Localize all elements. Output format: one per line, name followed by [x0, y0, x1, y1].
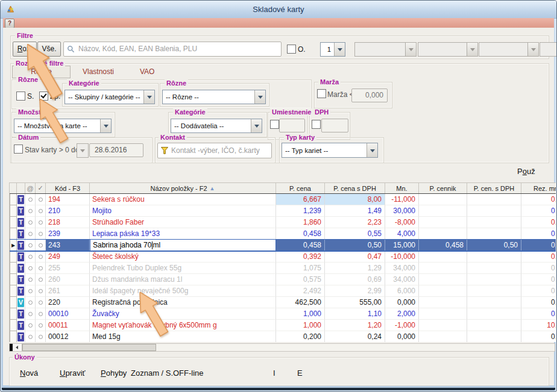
- cell-code[interactable]: 00011: [46, 320, 90, 331]
- cell-attachment-dot[interactable]: [25, 240, 36, 251]
- cell-mn[interactable]: -8,000: [385, 217, 419, 228]
- cell-p-cena[interactable]: 2,492: [276, 285, 325, 297]
- cell-attachment-dot[interactable]: [25, 228, 36, 240]
- cell-check-dot[interactable]: [36, 297, 46, 308]
- cell-code[interactable]: 194: [46, 194, 90, 205]
- cell-p-cennik[interactable]: [419, 263, 467, 274]
- table-row[interactable]: T00010Žuvačky1,0001,102,0000,000: [10, 308, 556, 320]
- row-gutter[interactable]: [10, 205, 17, 217]
- cell-p-cennik[interactable]: [419, 194, 467, 205]
- header-rez-mn[interactable]: Rez. mn.: [521, 183, 556, 193]
- cell-name[interactable]: Džus mandarinka maracu 1l: [90, 274, 276, 285]
- cell-attachment-dot[interactable]: [25, 285, 36, 297]
- cell-p-cena[interactable]: 0,200: [276, 331, 325, 342]
- apply-link[interactable]: Použ: [517, 167, 535, 176]
- cell-p-cennik[interactable]: [419, 320, 467, 331]
- cell-code[interactable]: 210: [46, 205, 90, 217]
- cell-p-cena-dph[interactable]: 0,50: [325, 240, 385, 251]
- cell-p-cena[interactable]: 1,239: [276, 205, 325, 217]
- cell-p-cena[interactable]: 1,075: [276, 263, 325, 274]
- table-row[interactable]: V220Registračná pokladnica462,500555,000…: [10, 297, 556, 308]
- cell-p-cen-dph[interactable]: [467, 263, 521, 274]
- row-gutter[interactable]: [10, 217, 17, 228]
- cell-check-dot[interactable]: [36, 205, 46, 217]
- cell-rez-mn[interactable]: 0,000: [521, 240, 556, 251]
- table-row[interactable]: T00012Med 15g0,2000,240,0000,000: [10, 331, 556, 342]
- cell-check-dot[interactable]: [36, 331, 46, 342]
- cell-code[interactable]: 220: [46, 297, 90, 308]
- table-row[interactable]: T218Strúhadlo Faber1,8602,23-8,0000,000: [10, 217, 556, 228]
- cell-rez-mn[interactable]: 0,000: [521, 263, 556, 274]
- cell-p-cena[interactable]: 0,575: [276, 274, 325, 285]
- table-row[interactable]: T260Džus mandarinka maracu 1l0,5750,6934…: [10, 274, 556, 285]
- cell-name[interactable]: Lepiaca páska 19*33: [90, 228, 276, 240]
- o-checkbox[interactable]: [287, 45, 296, 54]
- cell-check-dot[interactable]: [36, 228, 46, 240]
- cell-p-cennik[interactable]: [419, 331, 467, 342]
- cell-mn[interactable]: 2,000: [385, 308, 419, 320]
- cell-rez-mn[interactable]: 0,000: [521, 205, 556, 217]
- cell-rez-mn[interactable]: 0,000: [521, 251, 556, 263]
- cell-attachment-dot[interactable]: [25, 251, 36, 263]
- scrollbar-thumb[interactable]: [22, 344, 156, 351]
- cell-p-cen-dph[interactable]: [467, 274, 521, 285]
- check-icon[interactable]: ✓: [36, 183, 46, 193]
- cell-attachment-dot[interactable]: [25, 205, 36, 217]
- cell-mn[interactable]: 30,000: [385, 205, 419, 217]
- cell-check-dot[interactable]: [36, 285, 46, 297]
- combo-drop[interactable]: [254, 90, 265, 104]
- cell-name[interactable]: Pelendrek Tubo Duplex 55g: [90, 263, 276, 274]
- cell-p-cena[interactable]: 0,458: [276, 228, 325, 240]
- cell-rez-mn[interactable]: 0,000: [521, 217, 556, 228]
- row-gutter[interactable]: [10, 263, 17, 274]
- marza-checkbox[interactable]: [317, 89, 326, 98]
- cell-attachment-dot[interactable]: [25, 274, 36, 285]
- cell-p-cennik[interactable]: [419, 205, 467, 217]
- cell-code[interactable]: 00010: [46, 308, 90, 320]
- cell-name[interactable]: Med 15g: [90, 331, 276, 342]
- cell-p-cen-dph[interactable]: [467, 331, 521, 342]
- row-gutter[interactable]: [10, 194, 17, 205]
- combo-drop[interactable]: [100, 119, 111, 132]
- dph-checkbox[interactable]: [312, 120, 321, 129]
- cell-code[interactable]: 260: [46, 274, 90, 285]
- cell-mn[interactable]: 0,000: [385, 331, 419, 342]
- action-pohyby[interactable]: Pohyby: [101, 369, 127, 378]
- cell-p-cena[interactable]: 1,000: [276, 308, 325, 320]
- cell-p-cen-dph[interactable]: [467, 194, 521, 205]
- cell-p-cennik[interactable]: 0,458: [419, 240, 467, 251]
- cell-name[interactable]: Žuvačky: [90, 308, 276, 320]
- cell-check-dot[interactable]: [36, 251, 46, 263]
- cell-rez-mn[interactable]: 10,000: [521, 320, 556, 331]
- help-button[interactable]: ?: [5, 19, 14, 28]
- marza-input[interactable]: 0,000: [351, 89, 388, 102]
- header-code[interactable]: Kód - F3: [46, 183, 90, 193]
- cell-p-cennik[interactable]: [419, 297, 467, 308]
- cell-p-cena[interactable]: 6,667: [276, 194, 325, 205]
- cell-p-cena-dph[interactable]: 2,99: [325, 285, 385, 297]
- cell-check-dot[interactable]: [36, 194, 46, 205]
- cell-attachment-dot[interactable]: [25, 331, 36, 342]
- cell-rez-mn[interactable]: 0,000: [521, 228, 556, 240]
- combo-drop[interactable]: [367, 143, 377, 157]
- cell-p-cennik[interactable]: [419, 274, 467, 285]
- cell-name[interactable]: Strúhadlo Faber: [90, 217, 276, 228]
- cell-code[interactable]: 00012: [46, 331, 90, 342]
- table-row[interactable]: T00011Magnet vyťahovák ohybný 6x500mm g1…: [10, 320, 556, 331]
- cell-mn[interactable]: 15,000: [385, 240, 419, 251]
- datum-checkbox[interactable]: [14, 145, 23, 154]
- row-gutter[interactable]: [10, 228, 17, 240]
- cell-p-cen-dph[interactable]: 0,50: [467, 240, 521, 251]
- cell-p-cen-dph[interactable]: [467, 308, 521, 320]
- row-gutter[interactable]: [10, 297, 17, 308]
- table-row[interactable]: T194Sekera s rúčkou6,6678,00-11,0000,000: [10, 194, 556, 205]
- dodavatelia-select[interactable]: -- Dodávatelia --: [171, 119, 262, 133]
- search-input[interactable]: Názov, Kód, EAN, EAN Balenia, PLU: [63, 42, 282, 57]
- row-gutter[interactable]: [10, 285, 17, 297]
- datum-input[interactable]: 28.6.2016: [89, 143, 143, 157]
- cell-attachment-dot[interactable]: [25, 320, 36, 331]
- umiestnenie-checkbox[interactable]: [270, 120, 279, 129]
- row-gutter[interactable]: [10, 331, 17, 342]
- cell-code[interactable]: 243: [46, 240, 90, 251]
- cell-p-cena[interactable]: 1,000: [276, 320, 325, 331]
